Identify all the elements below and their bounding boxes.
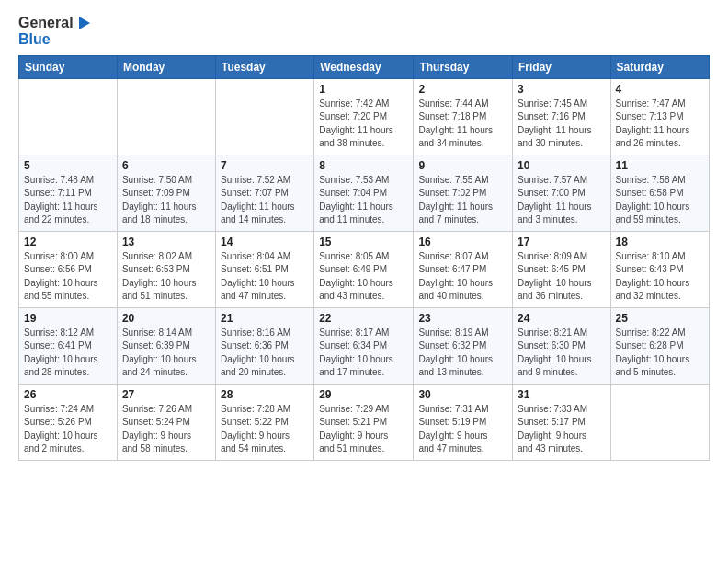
day-cell: 9Sunrise: 7:55 AM Sunset: 7:02 PM Daylig…: [414, 155, 513, 231]
week-row-1: 1Sunrise: 7:42 AM Sunset: 7:20 PM Daylig…: [19, 78, 710, 155]
day-cell: 31Sunrise: 7:33 AM Sunset: 5:17 PM Dayli…: [512, 384, 610, 460]
day-info: Sunrise: 7:44 AM Sunset: 7:18 PM Dayligh…: [418, 98, 507, 151]
day-number: 4: [616, 83, 704, 96]
day-cell: 12Sunrise: 8:00 AM Sunset: 6:56 PM Dayli…: [19, 231, 118, 307]
logo: General Blue: [18, 15, 92, 48]
day-info: Sunrise: 7:47 AM Sunset: 7:13 PM Dayligh…: [616, 98, 704, 151]
day-info: Sunrise: 7:29 AM Sunset: 5:21 PM Dayligh…: [319, 403, 408, 456]
day-info: Sunrise: 8:16 AM Sunset: 6:36 PM Dayligh…: [221, 327, 309, 380]
day-number: 17: [518, 236, 606, 248]
day-info: Sunrise: 8:10 AM Sunset: 6:43 PM Dayligh…: [616, 250, 704, 304]
weekday-header-saturday: Saturday: [610, 55, 709, 78]
day-cell: 10Sunrise: 7:57 AM Sunset: 7:00 PM Dayli…: [512, 155, 610, 231]
day-info: Sunrise: 7:57 AM Sunset: 7:00 PM Dayligh…: [518, 174, 606, 227]
day-cell: 5Sunrise: 7:48 AM Sunset: 7:11 PM Daylig…: [19, 155, 118, 231]
day-info: Sunrise: 8:12 AM Sunset: 6:41 PM Dayligh…: [24, 327, 112, 380]
calendar: SundayMondayTuesdayWednesdayThursdayFrid…: [18, 55, 710, 461]
day-cell: [610, 384, 709, 460]
day-cell: 4Sunrise: 7:47 AM Sunset: 7:13 PM Daylig…: [610, 78, 709, 155]
day-number: 23: [418, 312, 507, 325]
day-info: Sunrise: 7:48 AM Sunset: 7:11 PM Dayligh…: [24, 174, 112, 227]
day-cell: [215, 78, 313, 155]
day-number: 16: [418, 236, 507, 248]
day-cell: 7Sunrise: 7:52 AM Sunset: 7:07 PM Daylig…: [215, 155, 313, 231]
day-number: 21: [221, 312, 309, 325]
week-row-5: 26Sunrise: 7:24 AM Sunset: 5:26 PM Dayli…: [19, 384, 710, 460]
day-info: Sunrise: 7:31 AM Sunset: 5:19 PM Dayligh…: [418, 403, 507, 456]
logo: General Blue: [18, 15, 92, 48]
day-info: Sunrise: 7:26 AM Sunset: 5:24 PM Dayligh…: [122, 403, 210, 456]
day-cell: 3Sunrise: 7:45 AM Sunset: 7:16 PM Daylig…: [512, 78, 610, 155]
day-info: Sunrise: 7:24 AM Sunset: 5:26 PM Dayligh…: [24, 403, 112, 456]
svg-marker-0: [79, 17, 90, 29]
day-number: 5: [24, 159, 112, 172]
day-number: 28: [221, 388, 309, 401]
day-cell: 13Sunrise: 8:02 AM Sunset: 6:53 PM Dayli…: [117, 231, 215, 307]
day-number: 19: [24, 312, 112, 325]
day-cell: 26Sunrise: 7:24 AM Sunset: 5:26 PM Dayli…: [19, 384, 118, 460]
day-cell: 23Sunrise: 8:19 AM Sunset: 6:32 PM Dayli…: [414, 307, 513, 384]
day-cell: 14Sunrise: 8:04 AM Sunset: 6:51 PM Dayli…: [215, 231, 313, 307]
day-info: Sunrise: 7:45 AM Sunset: 7:16 PM Dayligh…: [518, 98, 606, 151]
day-info: Sunrise: 7:55 AM Sunset: 7:02 PM Dayligh…: [418, 174, 507, 227]
logo-general: General: [18, 15, 74, 31]
day-info: Sunrise: 8:19 AM Sunset: 6:32 PM Dayligh…: [418, 327, 507, 380]
day-number: 22: [319, 312, 408, 325]
weekday-header-tuesday: Tuesday: [215, 55, 313, 78]
day-number: 8: [319, 159, 408, 172]
weekday-header-monday: Monday: [117, 55, 215, 78]
day-info: Sunrise: 7:28 AM Sunset: 5:22 PM Dayligh…: [221, 403, 309, 456]
day-info: Sunrise: 7:53 AM Sunset: 7:04 PM Dayligh…: [319, 174, 408, 227]
day-number: 13: [122, 236, 210, 248]
day-info: Sunrise: 8:02 AM Sunset: 6:53 PM Dayligh…: [122, 250, 210, 304]
week-row-4: 19Sunrise: 8:12 AM Sunset: 6:41 PM Dayli…: [19, 307, 710, 384]
day-info: Sunrise: 7:33 AM Sunset: 5:17 PM Dayligh…: [518, 403, 606, 456]
header: General Blue: [18, 15, 710, 48]
day-number: 2: [418, 83, 507, 96]
day-cell: 27Sunrise: 7:26 AM Sunset: 5:24 PM Dayli…: [117, 384, 215, 460]
day-number: 10: [518, 159, 606, 172]
day-cell: 19Sunrise: 8:12 AM Sunset: 6:41 PM Dayli…: [19, 307, 118, 384]
day-info: Sunrise: 7:58 AM Sunset: 6:58 PM Dayligh…: [616, 174, 704, 227]
page: General Blue SundayMondayTuesdayWednesda…: [0, 0, 728, 470]
day-cell: 2Sunrise: 7:44 AM Sunset: 7:18 PM Daylig…: [414, 78, 513, 155]
day-info: Sunrise: 8:00 AM Sunset: 6:56 PM Dayligh…: [24, 250, 112, 304]
day-number: 26: [24, 388, 112, 401]
day-number: 29: [319, 388, 408, 401]
day-cell: 18Sunrise: 8:10 AM Sunset: 6:43 PM Dayli…: [610, 231, 709, 307]
day-cell: 21Sunrise: 8:16 AM Sunset: 6:36 PM Dayli…: [215, 307, 313, 384]
day-cell: 15Sunrise: 8:05 AM Sunset: 6:49 PM Dayli…: [314, 231, 414, 307]
day-info: Sunrise: 7:50 AM Sunset: 7:09 PM Dayligh…: [122, 174, 210, 227]
day-info: Sunrise: 8:09 AM Sunset: 6:45 PM Dayligh…: [518, 250, 606, 304]
day-cell: 24Sunrise: 8:21 AM Sunset: 6:30 PM Dayli…: [512, 307, 610, 384]
weekday-header-wednesday: Wednesday: [314, 55, 414, 78]
logo-blue: Blue: [18, 31, 92, 48]
week-row-2: 5Sunrise: 7:48 AM Sunset: 7:11 PM Daylig…: [19, 155, 710, 231]
day-cell: [19, 78, 118, 155]
week-row-3: 12Sunrise: 8:00 AM Sunset: 6:56 PM Dayli…: [19, 231, 710, 307]
day-info: Sunrise: 8:07 AM Sunset: 6:47 PM Dayligh…: [418, 250, 507, 304]
day-info: Sunrise: 8:22 AM Sunset: 6:28 PM Dayligh…: [616, 327, 704, 380]
day-cell: 6Sunrise: 7:50 AM Sunset: 7:09 PM Daylig…: [117, 155, 215, 231]
day-number: 27: [122, 388, 210, 401]
day-number: 12: [24, 236, 112, 248]
day-cell: 17Sunrise: 8:09 AM Sunset: 6:45 PM Dayli…: [512, 231, 610, 307]
weekday-header-friday: Friday: [512, 55, 610, 78]
day-info: Sunrise: 8:04 AM Sunset: 6:51 PM Dayligh…: [221, 250, 309, 304]
day-number: 30: [418, 388, 507, 401]
day-cell: 30Sunrise: 7:31 AM Sunset: 5:19 PM Dayli…: [414, 384, 513, 460]
day-info: Sunrise: 8:05 AM Sunset: 6:49 PM Dayligh…: [319, 250, 408, 304]
day-number: 18: [616, 236, 704, 248]
day-number: 6: [122, 159, 210, 172]
day-cell: 25Sunrise: 8:22 AM Sunset: 6:28 PM Dayli…: [610, 307, 709, 384]
day-cell: 11Sunrise: 7:58 AM Sunset: 6:58 PM Dayli…: [610, 155, 709, 231]
day-cell: 8Sunrise: 7:53 AM Sunset: 7:04 PM Daylig…: [314, 155, 414, 231]
day-info: Sunrise: 8:17 AM Sunset: 6:34 PM Dayligh…: [319, 327, 408, 380]
day-number: 7: [221, 159, 309, 172]
weekday-header-thursday: Thursday: [414, 55, 513, 78]
day-info: Sunrise: 8:14 AM Sunset: 6:39 PM Dayligh…: [122, 327, 210, 380]
day-number: 1: [319, 83, 408, 96]
day-number: 9: [418, 159, 507, 172]
day-cell: 20Sunrise: 8:14 AM Sunset: 6:39 PM Dayli…: [117, 307, 215, 384]
day-info: Sunrise: 8:21 AM Sunset: 6:30 PM Dayligh…: [518, 327, 606, 380]
